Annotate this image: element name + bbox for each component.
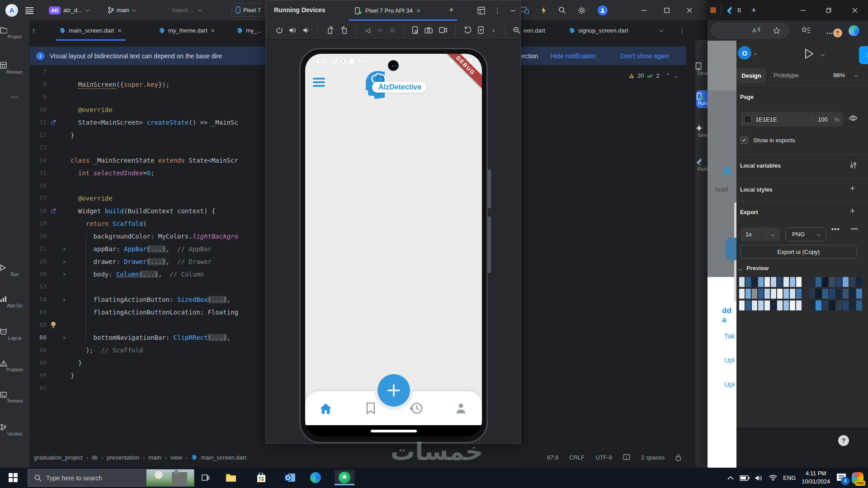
android-studio-taskbar-button[interactable] — [335, 470, 354, 485]
zoom-level[interactable]: 98% — [833, 72, 845, 79]
tab-signup-screen[interactable]: signup_screen.dart — [565, 20, 632, 41]
tab-list-chevron-icon[interactable] — [656, 20, 666, 41]
emulator-rotate-right-button[interactable] — [340, 26, 348, 35]
preview-thumbnail[interactable] — [856, 289, 862, 299]
copilot-icon[interactable] — [849, 25, 859, 36]
avatar-chevron-icon[interactable] — [754, 52, 757, 55]
breadcrumb[interactable]: graduation_project›lib›presentation›main… — [34, 453, 246, 462]
emulator-power-button[interactable] — [276, 26, 283, 35]
preview-thumbnail[interactable] — [843, 300, 849, 310]
close-icon[interactable]: ✕ — [416, 8, 421, 14]
preview-thumbnail[interactable] — [829, 289, 835, 299]
ai-assistant-icon[interactable] — [541, 6, 547, 14]
emulator-zoom-button[interactable] — [513, 26, 520, 35]
hide-notification-link[interactable]: Hide notification — [551, 52, 596, 60]
preview-thumbnail[interactable] — [809, 289, 815, 299]
browser-favicon-icon[interactable] — [710, 7, 716, 13]
add-export-icon[interactable]: + — [850, 206, 855, 216]
action-center-button[interactable]: 4 — [836, 474, 846, 483]
code-line[interactable]: 21› appBar: AppBar(...), // AppBar — [29, 243, 265, 255]
panel-minimize-icon[interactable] — [510, 8, 516, 14]
code-line[interactable]: 66› bottomNavigationBar: ClipRRect(...), — [29, 331, 265, 344]
remove-export-icon[interactable] — [851, 228, 858, 230]
gesture-pill[interactable] — [371, 430, 417, 432]
preview-thumbnail[interactable] — [822, 300, 828, 310]
tool-stripe-terminal[interactable]: Termina — [0, 392, 29, 404]
emulator-volume-down-button[interactable] — [303, 26, 310, 35]
hidden-icons-chevron[interactable] — [727, 476, 734, 480]
code-editor[interactable]: 78 MainScreen({super.key});910 @override… — [29, 66, 265, 391]
volume-icon[interactable] — [755, 475, 763, 481]
device-tab[interactable]: Pixel 7 Pro API 34 ✕ — [354, 0, 421, 21]
project-selector[interactable]: AD alz_d... — [49, 0, 88, 20]
code-line[interactable]: 17 @override — [29, 192, 265, 205]
code-line[interactable]: 64 floatingActionButtonLocation: Floatin… — [29, 306, 265, 319]
preview-thumbnail[interactable] — [745, 277, 751, 287]
prev-issue-icon[interactable]: ⌃ — [666, 72, 671, 79]
preview-thumbnail[interactable] — [849, 289, 855, 299]
code-line[interactable]: 8 MainScreen({super.key}); — [29, 78, 265, 91]
emulator-record-button[interactable] — [439, 26, 447, 35]
page-color-field[interactable]: 1E1E1E 100 % — [740, 112, 844, 127]
emulator-more-button[interactable]: › — [491, 26, 496, 35]
device-mirror-icon[interactable] — [520, 7, 529, 14]
preview-thumbnail[interactable] — [771, 300, 776, 310]
preview-thumbnail[interactable] — [829, 277, 835, 287]
preview-thumbnail[interactable] — [777, 289, 783, 299]
main-menu-button[interactable] — [25, 0, 34, 20]
panel-options-kebab-icon[interactable]: ⋮ — [494, 6, 501, 14]
close-icon[interactable]: ✕ — [117, 28, 122, 34]
maximize-icon[interactable] — [664, 8, 670, 13]
code-line[interactable]: 91 — [29, 382, 265, 391]
preview-thumbnail[interactable] — [745, 289, 751, 299]
preview-thumbnail[interactable] — [796, 277, 802, 287]
tool-stripe-app-quality[interactable]: App Qu — [0, 296, 29, 308]
preview-thumbnail[interactable] — [849, 300, 855, 310]
zoom-chevron-icon[interactable] — [854, 73, 858, 77]
fold-marker[interactable]: › — [60, 331, 68, 344]
preview-thumbnail[interactable] — [822, 289, 828, 299]
phone-screen[interactable]: 4:11 DEBUG — [305, 54, 482, 436]
breadcrumb-item[interactable]: view — [170, 454, 182, 461]
preview-thumbnail[interactable] — [816, 300, 821, 310]
show-in-exports-checkbox[interactable]: ✓ — [740, 136, 748, 144]
analysis-widget[interactable]: 20 2 ⌃ ⌃ — [628, 70, 694, 80]
preview-thumbnail[interactable] — [790, 289, 795, 299]
preview-thumbnail[interactable] — [739, 300, 745, 310]
favorite-star-icon[interactable] — [773, 27, 780, 34]
caret-position[interactable]: 87:8 — [547, 454, 558, 461]
battery-icon[interactable] — [740, 475, 750, 481]
breadcrumb-item[interactable]: main_screen.dart — [201, 454, 246, 461]
new-tab-icon[interactable]: + — [751, 5, 756, 15]
close-icon[interactable]: ✕ — [211, 28, 215, 34]
fold-marker[interactable]: › — [60, 243, 68, 255]
preview-thumbnail[interactable] — [771, 277, 776, 287]
collections-icon[interactable] — [802, 26, 811, 34]
preview-thumbnail[interactable] — [777, 277, 783, 287]
search-icon[interactable] — [558, 6, 566, 14]
figma-canvas-strip[interactable]: A load dd a Tak Upl Upl — [708, 41, 736, 468]
visibility-eye-icon[interactable] — [849, 115, 858, 122]
preview-thumbnail[interactable] — [764, 289, 770, 299]
preview-collapse-chevron-icon[interactable] — [739, 267, 742, 271]
encoding[interactable]: UTF-8 — [595, 454, 612, 461]
preview-thumbnail[interactable] — [843, 289, 849, 299]
code-line[interactable]: 88 ); // Scaffold — [29, 344, 265, 357]
preview-thumbnail[interactable] — [745, 300, 751, 310]
wifi-icon[interactable] — [769, 475, 777, 481]
code-line[interactable]: 14class _MainScreenState extends State<M… — [29, 154, 265, 167]
tab-options-kebab-icon[interactable]: ⋮ — [675, 20, 689, 41]
close-icon[interactable] — [687, 8, 692, 13]
preview-thumbnail[interactable] — [809, 277, 815, 287]
tab-partial-right[interactable]: een.dart — [520, 20, 549, 41]
preview-thumbnail[interactable] — [783, 300, 789, 310]
profile-icon[interactable] — [455, 403, 467, 414]
user-avatar[interactable] — [598, 5, 608, 15]
export-button[interactable]: Export ui (Copy) — [740, 245, 857, 259]
code-line[interactable]: 15 int selectedIndex=0; — [29, 167, 265, 179]
preview-thumbnail[interactable] — [764, 277, 770, 287]
next-issue-icon[interactable]: ⌃ — [674, 72, 679, 79]
preview-thumbnail[interactable] — [816, 289, 821, 299]
tab-partial[interactable]: t — [29, 20, 38, 41]
layout-icon[interactable] — [477, 7, 485, 14]
